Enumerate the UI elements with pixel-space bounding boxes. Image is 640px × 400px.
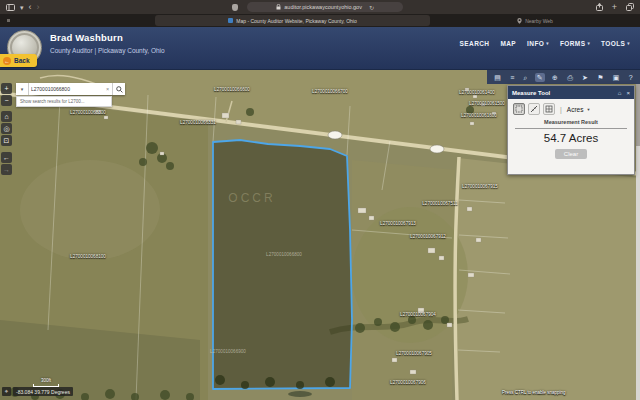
pinned-tab-icon[interactable] xyxy=(7,19,10,22)
screenshot-icon[interactable]: ▣ xyxy=(611,73,622,82)
area-polygon-icon xyxy=(515,105,523,113)
zoom-out-button[interactable]: − xyxy=(1,95,12,106)
search-input[interactable] xyxy=(29,83,103,95)
browser-toolbar: ▾ ‹ › auditor.pickawaycountyohio.gov ↻ + xyxy=(0,0,640,14)
map-toolbar: ▤≡⌕✎⊕⎙➤⚑▣? xyxy=(487,70,640,84)
measure-tool-panel: Measure Tool ⌂ × | Acres ▼ Measurement R… xyxy=(507,85,635,175)
map-nav-controls: ⌂ ◎ ⊡ ← → xyxy=(1,111,12,175)
measurement-result-label: Measurement Result xyxy=(508,119,634,125)
chevron-down-icon: ▾ xyxy=(627,41,630,46)
scale-label: 300ft xyxy=(41,378,51,383)
refresh-icon[interactable]: ↻ xyxy=(369,4,374,11)
measure-area-button[interactable] xyxy=(513,103,525,115)
separator: | xyxy=(560,106,562,113)
new-tab-icon[interactable]: + xyxy=(612,3,617,12)
ruler-icon xyxy=(530,105,538,113)
map-pin-icon xyxy=(517,18,522,24)
tab-title: Nearby Web xyxy=(525,18,553,24)
dock-panel-icon[interactable]: ⌂ xyxy=(618,90,622,96)
layers-icon[interactable]: ▤ xyxy=(492,73,503,82)
url-text: auditor.pickawaycountyohio.gov xyxy=(284,4,362,10)
nav-forms[interactable]: FORMS▾ xyxy=(560,40,590,47)
nav-search[interactable]: SEARCH xyxy=(460,40,490,47)
clear-search-icon[interactable]: × xyxy=(103,83,112,95)
close-panel-icon[interactable]: × xyxy=(626,90,630,96)
tab-bar: Map - County Auditor Website, Pickaway C… xyxy=(0,14,640,27)
zoom-in-button[interactable]: + xyxy=(1,83,12,94)
home-extent-button[interactable]: ⌂ xyxy=(1,111,12,122)
measure-panel-header[interactable]: Measure Tool ⌂ × xyxy=(508,86,634,99)
identify-icon[interactable]: ⌕ xyxy=(522,73,530,82)
forward-nav-icon[interactable]: › xyxy=(37,3,40,12)
coordinate-readout: ⌖ -83.084 39.779 Degrees xyxy=(2,387,73,396)
map-viewport[interactable]: OCCR L2700010066700L2700010066600L270001… xyxy=(0,70,640,400)
parcel-search-bar: ▾ × xyxy=(16,83,125,95)
address-bar[interactable]: auditor.pickawaycountyohio.gov ↻ xyxy=(247,2,403,12)
lock-icon xyxy=(276,4,281,10)
chevron-down-icon: ▼ xyxy=(586,107,590,112)
page-scrollbar[interactable] xyxy=(636,84,640,400)
previous-extent-button[interactable]: ← xyxy=(1,152,12,163)
privacy-shield-icon[interactable] xyxy=(232,4,238,11)
tab-county-auditor-map[interactable]: Map - County Auditor Website, Pickaway C… xyxy=(155,15,430,26)
print-icon[interactable]: ⎙ xyxy=(565,73,575,82)
site-subtitle: County Auditor | Pickaway County, Ohio xyxy=(50,47,165,54)
unit-label: Acres xyxy=(567,106,584,113)
basemap-icon[interactable]: ⊕ xyxy=(550,73,560,82)
chevron-down-icon: ▾ xyxy=(546,41,549,46)
back-nav-icon[interactable]: ‹ xyxy=(29,3,32,12)
unit-dropdown[interactable]: Acres ▼ xyxy=(567,106,591,113)
search-type-dropdown[interactable]: ▾ xyxy=(16,83,29,95)
back-button[interactable]: ← Back xyxy=(0,54,37,67)
measure-distance-button[interactable] xyxy=(528,103,540,115)
divider xyxy=(515,128,627,129)
locate-button[interactable]: ◎ xyxy=(1,123,12,134)
clear-measurement-button[interactable]: Clear xyxy=(555,149,587,159)
measurement-result-value: 54.7 Acres xyxy=(508,132,634,144)
legend-icon[interactable]: ≡ xyxy=(508,73,516,82)
measure-location-button[interactable] xyxy=(543,103,555,115)
tab-overview-icon[interactable] xyxy=(626,3,634,11)
site-header: Brad Washburn County Auditor | Pickaway … xyxy=(0,27,640,70)
nav-tools[interactable]: TOOLS▾ xyxy=(601,40,630,47)
measure-mode-buttons: | Acres ▼ xyxy=(508,99,634,117)
measure-panel-title: Measure Tool xyxy=(512,90,550,96)
search-button[interactable] xyxy=(112,83,125,95)
auditor-name: Brad Washburn xyxy=(50,32,165,43)
scrollbar-thumb[interactable] xyxy=(636,84,640,146)
main-nav: SEARCH MAP INFO▾ FORMS▾ TOOLS▾ xyxy=(460,40,630,47)
nav-info[interactable]: INFO▾ xyxy=(527,40,549,47)
streetview-icon[interactable]: ⚑ xyxy=(595,73,605,82)
fullscreen-button[interactable]: ⊡ xyxy=(1,135,12,146)
search-icon xyxy=(116,86,123,93)
coordinates-text: -83.084 39.779 Degrees xyxy=(13,387,73,396)
next-extent-button[interactable]: → xyxy=(1,164,12,175)
zoom-controls: + − xyxy=(1,83,12,106)
sidebar-icon[interactable] xyxy=(6,4,15,11)
tab-title: Map - County Auditor Website, Pickaway C… xyxy=(236,18,356,24)
xy-grid-icon xyxy=(545,105,553,113)
measure-icon[interactable]: ✎ xyxy=(535,73,545,82)
tab-favicon xyxy=(228,18,233,23)
help-icon[interactable]: ? xyxy=(627,73,635,82)
sidebar-chevron-icon[interactable]: ▾ xyxy=(20,4,24,11)
share-icon[interactable]: ➤ xyxy=(580,73,590,82)
chevron-down-icon: ▾ xyxy=(587,41,590,46)
scale-bar: 300ft xyxy=(33,378,59,387)
nav-map[interactable]: MAP xyxy=(500,40,516,47)
search-suggestion[interactable]: Show search results for L2700... xyxy=(16,96,112,107)
snapping-hint: Press CTRL to enable snapping xyxy=(502,390,566,395)
share-icon[interactable] xyxy=(596,3,603,11)
coordinate-target-icon[interactable]: ⌖ xyxy=(2,387,11,396)
tab-secondary[interactable]: Nearby Web xyxy=(430,15,640,26)
back-arrow-icon: ← xyxy=(3,57,11,65)
